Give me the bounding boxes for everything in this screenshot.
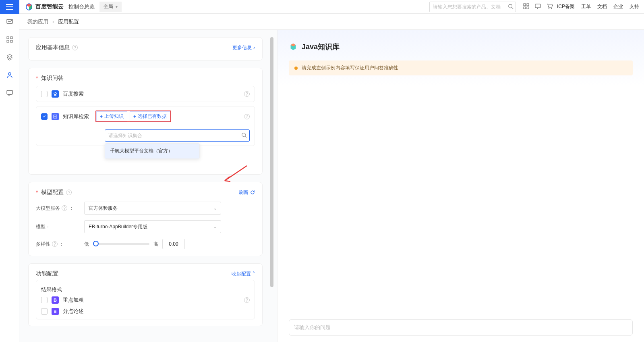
global-search[interactable]	[429, 2, 516, 12]
brand-text: 百度智能云	[35, 3, 64, 10]
svg-rect-11	[7, 40, 9, 42]
top-link-icp[interactable]: ICP备案	[557, 3, 575, 10]
help-icon[interactable]: ?	[72, 45, 78, 50]
required-star: *	[36, 75, 38, 81]
help-icon[interactable]: ?	[244, 91, 250, 97]
model-label: 模型：	[36, 223, 50, 230]
global-search-input[interactable]	[429, 2, 516, 12]
kb-collection-dropdown: 千帆大模型平台文档（官方）	[105, 143, 200, 159]
top-link-support[interactable]: 支持	[630, 3, 639, 10]
hamburger-menu-button[interactable]	[0, 0, 19, 14]
help-icon[interactable]: ?	[62, 205, 67, 211]
model-service-select[interactable]: 官方体验服务 ⌄	[84, 202, 221, 215]
svg-rect-9	[7, 37, 9, 39]
svg-rect-4	[527, 7, 529, 9]
help-icon[interactable]: ?	[244, 297, 250, 303]
svg-rect-3	[524, 7, 526, 9]
svg-rect-18	[54, 115, 57, 118]
plus-icon: +	[133, 114, 136, 119]
top-link-ticket[interactable]: 工单	[581, 3, 591, 10]
diversity-high-label: 高	[153, 241, 158, 248]
cart-icon[interactable]	[547, 3, 553, 10]
collapse-config-label: 收起配置	[232, 271, 251, 277]
breadcrumb-parent[interactable]: 我的应用	[27, 18, 48, 25]
nav-apps-icon[interactable]	[6, 35, 14, 44]
config-scrollbar[interactable]	[269, 37, 275, 342]
baidu-search-row[interactable]: 百度搜索 ?	[36, 86, 255, 102]
function-config-card: 功能配置 收起配置 ˄ 结果格式	[28, 263, 263, 326]
svg-rect-5	[535, 4, 540, 8]
breadcrumb-current: 应用配置	[58, 18, 79, 25]
apps-grid-icon[interactable]	[523, 3, 529, 10]
top-link-enterprise[interactable]: 企业	[613, 3, 623, 10]
model-service-label: 大模型服务	[36, 205, 60, 212]
basic-info-card: 应用基本信息 ? 更多信息 ›	[28, 37, 263, 60]
console-overview-label[interactable]: 控制台总览	[68, 3, 95, 10]
kb-collection-search-input[interactable]	[105, 129, 250, 142]
kb-retrieval-checkbox[interactable]	[41, 113, 48, 120]
nav-layers-icon[interactable]	[6, 53, 14, 61]
help-icon[interactable]: ?	[244, 114, 250, 119]
upload-knowledge-button[interactable]: + 上传知识	[96, 111, 127, 121]
scrollbar-thumb[interactable]	[270, 37, 273, 287]
baidu-search-checkbox[interactable]	[41, 91, 48, 97]
nav-monitor-icon[interactable]	[6, 18, 14, 26]
refresh-link[interactable]: 刷新	[239, 189, 255, 196]
points-checkbox[interactable]	[41, 308, 48, 315]
diversity-slider[interactable]	[93, 243, 149, 245]
kb-retrieval-app-icon	[52, 113, 59, 120]
model-service-row: 大模型服务 ? ： 官方体验服务 ⌄	[36, 202, 255, 215]
chat-input[interactable]: 请输入你的问题	[289, 319, 633, 336]
kb-collection-option[interactable]: 千帆大模型平台文档（官方）	[105, 144, 199, 158]
collapse-config-link[interactable]: 收起配置 ˄	[232, 271, 255, 277]
breadcrumb: 我的应用 › 应用配置	[19, 14, 644, 30]
svg-rect-2	[527, 4, 529, 6]
basic-info-title: 应用基本信息	[36, 44, 70, 51]
chevron-right-icon: ›	[253, 45, 255, 50]
search-icon[interactable]	[508, 4, 514, 10]
search-icon[interactable]	[241, 132, 247, 139]
plus-icon: +	[100, 114, 103, 119]
help-icon[interactable]: ?	[52, 241, 58, 247]
config-column: 应用基本信息 ? 更多信息 ›	[19, 30, 277, 342]
diversity-label: 多样性	[36, 241, 50, 248]
nav-chat-icon[interactable]	[6, 89, 14, 97]
select-existing-label: 选择已有数据	[138, 113, 167, 120]
kb-retrieval-row[interactable]: 知识库检索 + 上传知识 + 选择已有数据	[36, 106, 255, 146]
bold-checkbox[interactable]	[41, 297, 48, 303]
preview-column: Java知识库 请完成左侧示例内容填写保证用户问答准确性 请输入你的问题	[277, 30, 644, 342]
hamburger-icon	[6, 4, 13, 10]
kb-logo-icon	[289, 42, 298, 51]
slider-thumb[interactable]	[93, 241, 99, 246]
message-icon[interactable]	[535, 3, 541, 10]
brand-logo[interactable]: 百度智能云	[25, 3, 64, 11]
select-existing-data-button[interactable]: + 选择已有数据	[130, 111, 170, 121]
svg-rect-14	[7, 90, 12, 94]
top-links: ICP备案 工单 文档 企业 支持	[557, 3, 639, 10]
chevron-up-icon: ˄	[253, 271, 255, 277]
diversity-value-input[interactable]	[162, 239, 185, 249]
global-region-select[interactable]: 全局 ▾	[99, 2, 122, 12]
chevron-down-icon: ▾	[116, 4, 118, 9]
diversity-low-label: 低	[84, 241, 89, 248]
kb-action-buttons-highlight: + 上传知识 + 选择已有数据	[95, 111, 171, 122]
refresh-label: 刷新	[239, 189, 248, 196]
svg-rect-10	[10, 37, 12, 39]
kb-retrieval-label: 知识库检索	[63, 113, 89, 120]
required-star: *	[36, 189, 38, 196]
more-info-link[interactable]: 更多信息 ›	[232, 44, 255, 51]
refresh-icon	[250, 190, 255, 195]
model-value: EB-turbo-AppBuilder专用版	[89, 223, 147, 230]
model-row: 模型： EB-turbo-AppBuilder专用版 ⌄	[36, 220, 255, 233]
nav-user-icon[interactable]	[6, 71, 14, 79]
svg-point-16	[55, 92, 56, 93]
svg-point-19	[242, 133, 246, 137]
model-select[interactable]: EB-turbo-AppBuilder专用版 ⌄	[84, 220, 221, 233]
svg-point-17	[56, 93, 57, 94]
help-icon[interactable]: ?	[66, 190, 72, 195]
qa-card: * 知识问答 百度搜索 ?	[28, 68, 263, 175]
top-link-docs[interactable]: 文档	[597, 3, 607, 10]
breadcrumb-separator: ›	[52, 19, 54, 25]
left-sidebar	[0, 14, 19, 342]
top-icon-group	[523, 3, 553, 10]
